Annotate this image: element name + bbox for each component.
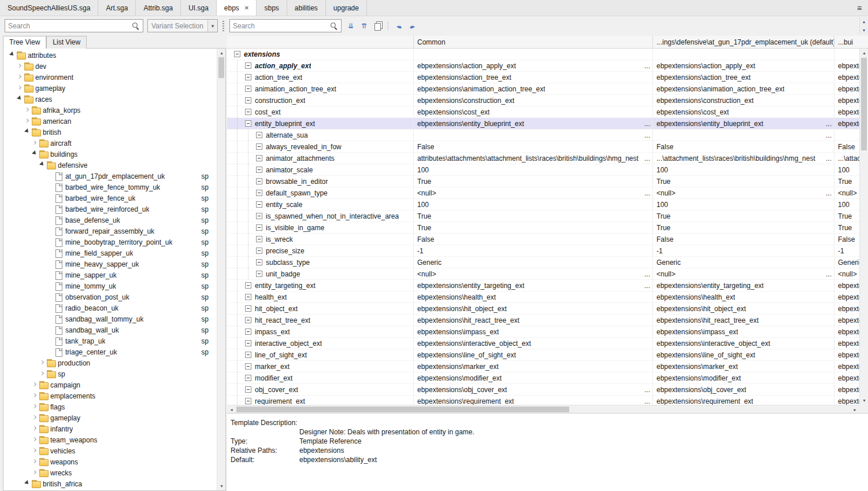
- common-value-cell[interactable]: ebpextensions\action_tree_ext ...: [414, 72, 653, 83]
- variant-value-cell[interactable]: ebpextensions\health_ext ...: [653, 291, 834, 303]
- expand-arrow-icon[interactable]: [16, 73, 23, 81]
- expand-box-icon[interactable]: [245, 86, 251, 92]
- expand-arrow-icon[interactable]: [31, 414, 38, 422]
- property-name-cell[interactable]: is_spawned_when_not_in_interactive_area: [227, 211, 414, 222]
- expand-arrow-icon[interactable]: [31, 447, 38, 455]
- expand-box-icon[interactable]: [245, 363, 251, 370]
- chevron-down-icon[interactable]: ▾: [207, 20, 217, 32]
- overflow-value-cell[interactable]: ebpextensions\requirement_ext: [834, 396, 859, 405]
- copy-view-button[interactable]: [372, 21, 383, 31]
- property-name-cell[interactable]: always_revealed_in_fow: [227, 141, 414, 153]
- expand-box-icon[interactable]: [256, 271, 262, 277]
- file-tab[interactable]: abilities: [287, 0, 326, 16]
- variant-value-cell[interactable]: ebpextensions\obj_cover_ext ...: [653, 384, 834, 396]
- grid-row[interactable]: unit_badge <null> ... <null> ... <null>: [227, 268, 859, 280]
- grid-row[interactable]: line_of_sight_ext ebpextensions\line_of_…: [227, 349, 859, 361]
- expand-arrow-icon[interactable]: [31, 150, 38, 158]
- ellipsis-button[interactable]: ...: [642, 189, 652, 197]
- overflow-value-cell[interactable]: ...\attachment_lists\races\british\build…: [834, 153, 859, 164]
- variant-value-cell[interactable]: True ...: [653, 176, 834, 187]
- ellipsis-button[interactable]: ...: [642, 62, 652, 70]
- tree-item[interactable]: radio_beacon_uk sp: [3, 302, 217, 313]
- grid-row[interactable]: health_ext ebpextensions\health_ext ... …: [227, 291, 859, 303]
- overflow-value-cell[interactable]: ebpextensions\marker_ext: [834, 361, 859, 372]
- tree-item[interactable]: sp: [3, 368, 217, 379]
- tree-item[interactable]: barbed_wire_fence_uk sp: [3, 193, 217, 204]
- grid-row[interactable]: cost_ext ebpextensions\cost_ext ... ebpe…: [227, 106, 859, 118]
- overflow-value-cell[interactable]: ebpextensions\obj_cover_ext: [834, 384, 859, 396]
- tree-item[interactable]: british: [3, 127, 217, 138]
- expand-arrow-icon[interactable]: [8, 51, 16, 59]
- expand-box-icon[interactable]: [256, 167, 262, 173]
- variant-value-cell[interactable]: ...: [653, 49, 834, 60]
- grid-row[interactable]: is_wreck False ... False ... False: [227, 234, 859, 245]
- variant-value-cell[interactable]: ebpextensions\impass_ext ...: [653, 326, 834, 338]
- ellipsis-button[interactable]: ...: [824, 120, 834, 128]
- file-tab[interactable]: Art.sga: [98, 0, 136, 16]
- tree-item[interactable]: afrika_korps: [3, 105, 217, 116]
- tree-item[interactable]: aircraft: [3, 138, 217, 149]
- property-name-cell[interactable]: unit_badge: [227, 268, 414, 280]
- close-icon[interactable]: ×: [244, 4, 249, 12]
- tab-overflow-menu-icon[interactable]: ≡: [851, 0, 868, 16]
- property-name-cell[interactable]: obj_cover_ext: [227, 384, 414, 396]
- common-value-cell[interactable]: ebpextensions\action_apply_ext ...: [414, 60, 653, 72]
- tree-item[interactable]: dev: [3, 61, 217, 72]
- overflow-value-cell[interactable]: ebpextensions\entity_targeting_ext: [834, 280, 859, 291]
- property-name-cell[interactable]: is_wreck: [227, 234, 414, 245]
- tree-item[interactable]: gameplay: [3, 83, 217, 94]
- tree-item[interactable]: sandbag_wall_tommy_uk sp: [3, 313, 217, 324]
- expand-arrow-icon[interactable]: [31, 392, 38, 400]
- common-value-cell[interactable]: ebpextensions\hit_react_tree_ext ...: [414, 315, 653, 326]
- common-value-cell[interactable]: ebpextensions\cost_ext ...: [414, 106, 653, 118]
- common-value-cell[interactable]: -1 ...: [414, 245, 653, 257]
- tree-item[interactable]: campaign: [3, 379, 217, 390]
- overflow-value-cell[interactable]: ebpextensions\animation_action_tree_ext: [834, 83, 859, 95]
- expand-box-icon[interactable]: [256, 132, 262, 138]
- tree-item[interactable]: mine_tommy_uk sp: [3, 280, 217, 291]
- overflow-value-cell[interactable]: True: [834, 176, 859, 187]
- grid-search-input[interactable]: [230, 22, 329, 30]
- scroll-down-icon[interactable]: ▾: [217, 482, 226, 490]
- tree-item[interactable]: mine_boobytrap_territory_point_uk sp: [3, 237, 217, 248]
- property-name-cell[interactable]: hit_object_ext: [227, 303, 414, 315]
- grid-row[interactable]: interactive_object_ext ebpextensions\int…: [227, 338, 859, 349]
- ellipsis-button[interactable]: ...: [824, 189, 834, 197]
- common-value-cell[interactable]: True ...: [414, 222, 653, 234]
- property-name-cell[interactable]: action_apply_ext: [227, 60, 414, 72]
- grid-row[interactable]: entity_blueprint_ext ebpextensions\entit…: [227, 118, 859, 130]
- variant-value-cell[interactable]: False ...: [653, 141, 834, 153]
- expand-arrow-icon[interactable]: [23, 128, 31, 136]
- overflow-value-cell[interactable]: ebpextensions\cost_ext: [834, 106, 859, 118]
- overflow-value-cell[interactable]: Generic: [834, 257, 859, 268]
- variant-value-cell[interactable]: 100 ...: [653, 199, 834, 211]
- overflow-value-cell[interactable]: True: [834, 222, 859, 234]
- expand-box-icon[interactable]: [245, 375, 251, 381]
- grid-horizontal-scrollbar[interactable]: ◂ ▸: [227, 405, 859, 413]
- expand-box-icon[interactable]: [245, 317, 251, 323]
- expand-box-icon[interactable]: [245, 328, 251, 335]
- variant-value-cell[interactable]: 100 ...: [653, 164, 834, 176]
- property-name-cell[interactable]: hit_react_tree_ext: [227, 315, 414, 326]
- tree-item[interactable]: infantry: [3, 423, 217, 434]
- tree-item[interactable]: gameplay: [3, 412, 217, 423]
- grid-row[interactable]: entity_scale 100 ... 100 ... 100: [227, 199, 859, 211]
- variant-value-cell[interactable]: ebpextensions\construction_ext ...: [653, 95, 834, 106]
- common-value-cell[interactable]: ...: [414, 49, 653, 60]
- variant-value-cell[interactable]: ebpextensions\requirement_ext ...: [653, 396, 834, 405]
- overflow-value-cell[interactable]: ebpextensions\action_apply_ext: [834, 60, 859, 72]
- overflow-value-cell[interactable]: 100: [834, 164, 859, 176]
- grid-row[interactable]: alternate_sua ... ...: [227, 130, 859, 141]
- expand-arrow-icon[interactable]: [23, 480, 31, 488]
- collapse-all-button[interactable]: ⇈: [359, 21, 369, 31]
- tree-item[interactable]: mine_sapper_uk sp: [3, 270, 217, 280]
- overflow-value-cell[interactable]: ebpextensions\line_of_sight_ext: [834, 349, 859, 361]
- tree-item[interactable]: mine_field_sapper_uk sp: [3, 248, 217, 259]
- variant-value-cell[interactable]: ebpextensions\hit_react_tree_ext ...: [653, 315, 834, 326]
- tree-item[interactable]: buildings: [3, 149, 217, 160]
- expand-box-icon[interactable]: [245, 340, 251, 346]
- common-value-cell[interactable]: ebpextensions\health_ext ...: [414, 291, 653, 303]
- ellipsis-button[interactable]: ...: [642, 131, 652, 139]
- property-name-cell[interactable]: animator_attachments: [227, 153, 414, 164]
- property-name-cell[interactable]: action_tree_ext: [227, 72, 414, 83]
